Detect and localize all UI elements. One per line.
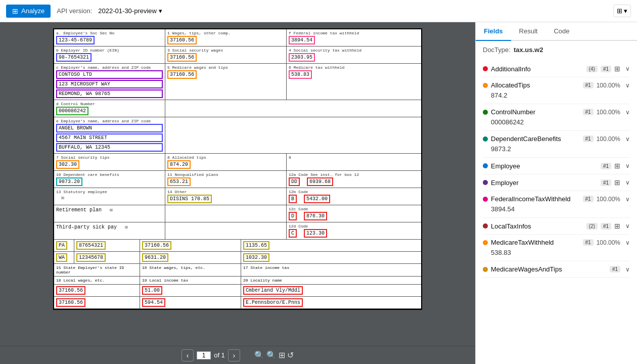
- ssn-cell: a. Employee's Soc Sec No 123-45-6789: [54, 29, 165, 46]
- state-wages2-cell: 9631.20: [140, 252, 241, 263]
- control-number-value: 000086242: [56, 107, 88, 115]
- page-navigation: ‹ of 1 ›: [181, 349, 240, 361]
- api-version-selector[interactable]: 2022-01-30-preview ▾: [98, 7, 162, 15]
- field-value-text: 538.83: [483, 247, 630, 258]
- field-item-localtaxinfos: LocalTaxInfos(2)#1⊞∨: [483, 218, 630, 235]
- field-item-employer: Employer#1⊞∨: [483, 174, 630, 191]
- nonqual-cell: 11 Nonqualified plans 653.21: [165, 171, 287, 188]
- field-chevron-icon[interactable]: ∨: [625, 196, 630, 203]
- empty-cell-5: [165, 117, 421, 153]
- doctype-row: DocType: tax.us.w2: [483, 46, 630, 54]
- state-tax-label-cell: 17 State income tax: [241, 264, 421, 276]
- field-name-label: LocalTaxInfos: [491, 222, 582, 230]
- tab-code[interactable]: Code: [545, 22, 577, 41]
- locality-label: 20 Locality name: [241, 277, 421, 284]
- field-header-dependentcarebenefits[interactable]: DependentCareBenefits#1100.00%∨: [483, 134, 630, 144]
- field-name-label: Employer: [491, 179, 598, 187]
- w2-row-8: 13 Statutory employee ☒ 14 Other DISINS …: [54, 188, 421, 205]
- fit-button[interactable]: ⊞: [279, 350, 285, 360]
- medicare-tax-value: 538.83: [289, 70, 312, 79]
- field-instance-tag: #1: [601, 66, 611, 72]
- w2-row-9: PA 87654321 37160.56 1135.65: [54, 240, 421, 252]
- field-header-employee[interactable]: Employee#1⊞∨: [483, 161, 630, 171]
- zoom-out-button[interactable]: 🔍: [254, 350, 264, 360]
- field-chevron-icon[interactable]: ∨: [625, 179, 630, 186]
- field-table-icon[interactable]: ⊞: [614, 222, 620, 230]
- field-value-text: 3894.54: [483, 204, 630, 214]
- field-header-localtaxinfos[interactable]: LocalTaxInfos(2)#1⊞∨: [483, 221, 630, 231]
- field-header-employer[interactable]: Employer#1⊞∨: [483, 177, 630, 188]
- field-dot-employer: [483, 180, 488, 185]
- field-header-allocatedtips[interactable]: AllocatedTips#1100.00%∨: [483, 80, 630, 90]
- analyze-button[interactable]: ⊞ Analyze: [6, 5, 51, 18]
- analyze-icon: ⊞: [12, 7, 18, 15]
- field-chevron-icon[interactable]: ∨: [625, 266, 630, 273]
- tab-result[interactable]: Result: [511, 22, 546, 41]
- field-chevron-icon[interactable]: ∨: [625, 222, 630, 230]
- field-table-icon[interactable]: ⊞: [614, 178, 620, 187]
- field-confidence-value: 100.00%: [597, 239, 620, 246]
- field-header-medicarewagesandtips[interactable]: MedicareWagesAndTips#1∨: [483, 264, 630, 274]
- local-tax-label: 19 Local income tax: [140, 277, 241, 284]
- dep-care-value: 9873.20: [56, 177, 82, 186]
- w2-row-9b: WA 12345678 9631.20 1032.30: [54, 252, 421, 264]
- local-tax2-value: 594.54: [142, 298, 165, 307]
- tab-fields[interactable]: Fields: [476, 22, 511, 41]
- local-tax2-cell: 594.54: [140, 297, 241, 308]
- panel-tabs: Fields Result Code: [476, 22, 637, 41]
- box12a-val: 6939.68: [307, 177, 333, 186]
- field-header-controlnumber[interactable]: ControlNumber#1100.00%∨: [483, 107, 630, 117]
- field-chevron-icon[interactable]: ∨: [625, 162, 630, 169]
- field-header-medicaretaxwithheld[interactable]: MedicareTaxWithheld#1100.00%∨: [483, 238, 630, 247]
- layers-button[interactable]: ⊞ ▾: [613, 5, 631, 17]
- empty-8c: [165, 222, 287, 239]
- w2-row-state-labels: 15 State Employer's state ID number 16 S…: [54, 264, 421, 277]
- prev-page-button[interactable]: ‹: [181, 349, 194, 361]
- doc-content-area[interactable]: a. Employee's Soc Sec No 123-45-6789 1 W…: [0, 22, 475, 346]
- right-panel: Fields Result Code DocType: tax.us.w2 Ad…: [475, 22, 637, 364]
- ein-value: 98-7654321: [56, 53, 92, 62]
- doc-footer: ‹ of 1 › 🔍 🔍 ⊞ ↺: [0, 346, 475, 364]
- field-chevron-icon[interactable]: ∨: [625, 82, 630, 89]
- field-name-label: Employee: [491, 162, 598, 170]
- rotate-button[interactable]: ↺: [287, 350, 294, 360]
- field-badge: (4): [586, 66, 598, 72]
- box12d-cell: 12d Code C 123.30: [287, 222, 421, 239]
- federal-tax-value: 3894.54: [289, 36, 315, 44]
- employer-name: CONTOSO LTD: [56, 70, 163, 79]
- field-chevron-icon[interactable]: ∨: [625, 239, 630, 246]
- ss-tips-cell: 7 Social security tips 302.30: [54, 154, 165, 170]
- ein-cell: b Employer ID number (EIN) 98-7654321: [54, 47, 165, 63]
- field-chevron-icon[interactable]: ∨: [625, 109, 630, 116]
- field-dot-medicaretaxwithheld: [483, 240, 488, 245]
- field-chevron-icon[interactable]: ∨: [625, 65, 630, 72]
- chevron-down-icon: ▾: [159, 7, 162, 15]
- api-version-label: API version:: [57, 7, 92, 15]
- w2-row-6: 7 Social security tips 302.30 8 Allocate…: [54, 154, 421, 171]
- field-name-label: ControlNumber: [491, 108, 580, 116]
- w2-row-8b: Retirement plan ☒ 12c Code D 876.30: [54, 205, 421, 222]
- zoom-in-button[interactable]: 🔍: [266, 350, 277, 360]
- topbar-right: ⊞ ▾: [613, 5, 631, 17]
- field-table-icon[interactable]: ⊞: [614, 162, 620, 170]
- field-header-additionalinfo[interactable]: AdditionalInfo(4)#1⊞∨: [483, 64, 630, 74]
- field-header-federalincometaxwithheld[interactable]: FederalIncomeTaxWithheld#1100.00%∨: [483, 194, 630, 204]
- field-name-label: MedicareTaxWithheld: [491, 239, 580, 246]
- state-id1-value: 87654321: [76, 241, 106, 250]
- field-chevron-icon[interactable]: ∨: [625, 135, 630, 143]
- field-item-medicarewagesandtips: MedicareWagesAndTips#1∨: [483, 261, 630, 278]
- doctype-value: tax.us.w2: [514, 46, 543, 54]
- state-wages2-value: 9631.20: [142, 253, 168, 262]
- ss-wages-value: 37160.56: [167, 53, 197, 62]
- page-number-input[interactable]: [197, 351, 211, 359]
- field-confidence-value: 100.00%: [597, 135, 620, 143]
- field-item-allocatedtips: AllocatedTips#1100.00%∨874.2: [483, 77, 630, 104]
- field-instance-tag: #1: [583, 239, 594, 246]
- field-instance-tag: #1: [601, 163, 611, 169]
- next-page-button[interactable]: ›: [228, 349, 240, 361]
- field-dot-additionalinfo: [483, 66, 488, 71]
- field-dot-dependentcarebenefits: [483, 136, 488, 142]
- page-total-label: of 1: [214, 351, 225, 359]
- field-table-icon[interactable]: ⊞: [614, 65, 620, 73]
- field-instance-tag: #1: [583, 109, 594, 115]
